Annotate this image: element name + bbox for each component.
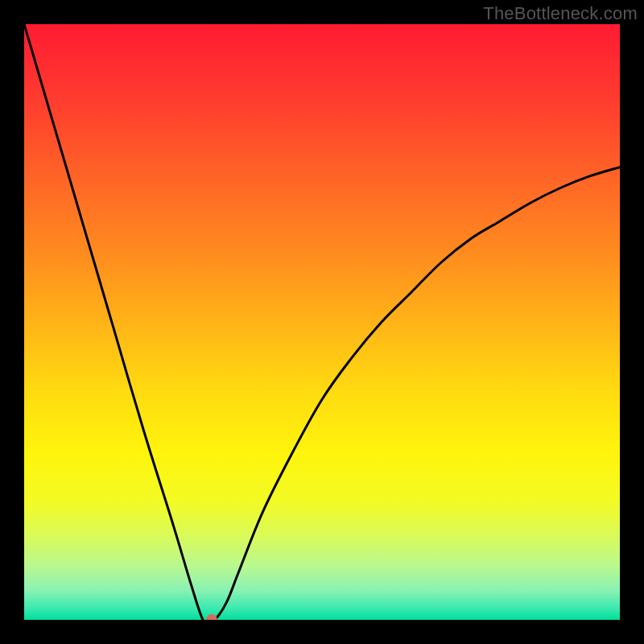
optimum-marker — [206, 614, 217, 620]
curve-path — [24, 24, 620, 620]
watermark-text: TheBottleneck.com — [483, 3, 638, 24]
bottleneck-curve — [24, 24, 620, 620]
plot-area — [24, 24, 620, 620]
chart-frame: TheBottleneck.com — [0, 0, 644, 644]
